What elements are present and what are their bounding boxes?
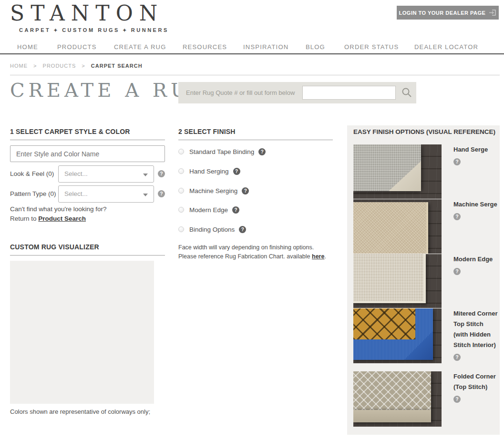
rug-quote-search-bar: Enter Rug Quote # or fill out form below <box>178 82 416 103</box>
rug-visualizer-preview <box>10 261 154 404</box>
pattern-type-select[interactable]: Select... <box>58 185 154 203</box>
radio-icon[interactable] <box>178 188 184 194</box>
easy-finish-label: Modern Edge <box>453 254 499 265</box>
machine-serge-corner-photo <box>353 199 442 254</box>
nav-item-resources[interactable]: RESOURCES <box>183 43 227 51</box>
modern-edge-carpet <box>353 254 426 303</box>
logo-tagline: CARPET✦CUSTOM RUGS✦RUNNERS <box>19 27 169 33</box>
help-icon[interactable] <box>258 148 266 155</box>
radio-icon[interactable] <box>178 168 184 174</box>
breadcrumb-divider <box>10 75 500 75</box>
finish-option-label: Binding Options <box>188 226 235 233</box>
nav-item-create-a-rug[interactable]: CREATE A RUG <box>114 43 166 51</box>
help-icon[interactable] <box>158 170 165 177</box>
stanton-logo[interactable]: STANTON <box>10 1 164 25</box>
sign-in-icon <box>489 10 496 16</box>
easy-finish-heading: EASY FINISH OPTIONS (VISUAL REFERENCE) <box>353 128 495 135</box>
colorways-note: Colors shown are representative of color… <box>10 408 150 415</box>
easy-finish-item-modern-edge: Modern Edge <box>453 254 499 275</box>
face-width-note-line1: Face width will vary depending on finish… <box>178 244 314 251</box>
nav-item-inspiration[interactable]: INSPIRATION <box>243 43 288 51</box>
finish-option-standard-tape-binding[interactable]: Standard Tape Binding <box>178 147 266 156</box>
folded-corner-carpet <box>353 371 431 422</box>
look-and-feel-field-row: Look & Feel (0) Select... <box>10 165 167 183</box>
help-icon[interactable] <box>158 190 165 197</box>
easy-finish-item-folded-corner: Folded Corner (Top Stitch) <box>453 371 499 403</box>
mitered-blue-border <box>353 308 433 360</box>
finish-option-label: Modern Edge <box>188 206 228 214</box>
nav-item-order-status[interactable]: ORDER STATUS <box>344 43 399 51</box>
finish-option-hand-serging[interactable]: Hand Serging <box>178 166 240 176</box>
nav-divider <box>0 53 504 54</box>
finish-option-binding-options[interactable]: Binding Options <box>178 225 246 234</box>
search-icon <box>401 92 412 99</box>
dealer-login-label: LOGIN TO YOUR DEALER PAGE <box>399 10 486 16</box>
finish-section-heading: 2 SELECT FINISH <box>178 128 333 140</box>
easy-finish-options-panel: EASY FINISH OPTIONS (VISUAL REFERENCE) H… <box>347 125 500 435</box>
help-line1: Can't find what you're looking for? <box>10 205 107 213</box>
dealer-login-button[interactable]: LOGIN TO YOUR DEALER PAGE <box>397 6 499 20</box>
easy-finish-label: Machine Serge <box>453 199 499 210</box>
radio-icon[interactable] <box>178 226 184 232</box>
pattern-type-field-row: Pattern Type (0) Select... <box>10 185 167 203</box>
chevron-down-icon <box>143 174 148 176</box>
mitered-corner-photo <box>353 308 442 363</box>
help-icon[interactable] <box>453 213 461 220</box>
nav-item-blog[interactable]: BLOG <box>306 43 325 51</box>
help-icon[interactable] <box>239 226 246 233</box>
breadcrumb-home[interactable]: HOME <box>10 63 28 69</box>
finish-option-label: Machine Serging <box>188 187 237 194</box>
main-nav: HOME PRODUCTS CREATE A RUG RESOURCES INS… <box>0 43 504 54</box>
face-width-note-suffix: . <box>324 253 326 260</box>
folded-border-strip <box>353 410 431 422</box>
breadcrumb: HOME > PRODUCTS > CARPET SEARCH <box>10 63 143 69</box>
rug-quote-input[interactable] <box>302 86 396 100</box>
easy-finish-item-hand-serge: Hand Serge <box>453 144 499 165</box>
help-icon[interactable] <box>232 206 239 214</box>
pattern-type-select-value: Select... <box>64 190 88 197</box>
rug-quote-label: Enter Rug Quote # or fill out form below <box>186 89 295 96</box>
finish-option-label: Standard Tape Binding <box>188 148 254 155</box>
help-icon[interactable] <box>453 158 461 165</box>
look-and-feel-select-value: Select... <box>64 170 88 177</box>
pattern-type-label: Pattern Type (0) <box>10 190 56 197</box>
finish-option-machine-serging[interactable]: Machine Serging <box>178 186 249 195</box>
breadcrumb-products[interactable]: PRODUCTS <box>43 63 76 69</box>
help-line2-prefix: Return to <box>10 215 38 222</box>
help-icon[interactable] <box>453 396 461 403</box>
modern-edge-corner-photo <box>353 254 442 308</box>
face-width-note: Face width will vary depending on finish… <box>178 243 326 261</box>
help-icon[interactable] <box>233 168 240 175</box>
tagline-carpet: CARPET <box>19 27 51 33</box>
visualizer-section-heading: CUSTOM RUG VISUALIZER <box>10 243 165 256</box>
diamond-separator-icon: ✦ <box>123 28 128 33</box>
folded-corner-photo <box>353 371 442 427</box>
tagline-runners: RUNNERS <box>131 27 169 33</box>
nav-item-dealer-locator[interactable]: DEALER LOCATOR <box>414 43 478 51</box>
help-icon[interactable] <box>242 187 249 194</box>
look-and-feel-select[interactable]: Select... <box>58 165 154 183</box>
chevron-down-icon <box>143 194 148 196</box>
easy-finish-label: Folded Corner (Top Stitch) <box>453 371 499 392</box>
product-search-link[interactable]: Product Search <box>38 215 86 222</box>
help-icon[interactable] <box>453 354 461 361</box>
search-button[interactable] <box>401 87 413 99</box>
nav-item-products[interactable]: PRODUCTS <box>57 43 97 51</box>
easy-finish-label: Hand Serge <box>453 144 499 155</box>
hand-serge-corner-photo <box>353 144 442 199</box>
nav-item-home[interactable]: HOME <box>17 43 38 51</box>
cant-find-help-text: Can't find what you're looking for? Retu… <box>10 205 107 224</box>
radio-icon[interactable] <box>178 207 184 213</box>
look-and-feel-label: Look & Feel (0) <box>10 170 54 177</box>
radio-icon[interactable] <box>178 149 184 154</box>
tagline-custom-rugs: CUSTOM RUGS <box>62 27 120 33</box>
style-color-name-input[interactable] <box>10 145 165 162</box>
finish-option-modern-edge[interactable]: Modern Edge <box>178 205 239 215</box>
finish-option-label: Hand Serging <box>188 168 229 175</box>
breadcrumb-carpet-search: CARPET SEARCH <box>91 63 143 69</box>
help-icon[interactable] <box>453 268 461 275</box>
easy-finish-item-machine-serge: Machine Serge <box>453 199 499 220</box>
face-width-note-line2: Please reference Rug Fabrication Chart. … <box>178 253 312 260</box>
fabrication-chart-here-link[interactable]: here <box>312 253 324 260</box>
breadcrumb-separator: > <box>33 63 37 69</box>
